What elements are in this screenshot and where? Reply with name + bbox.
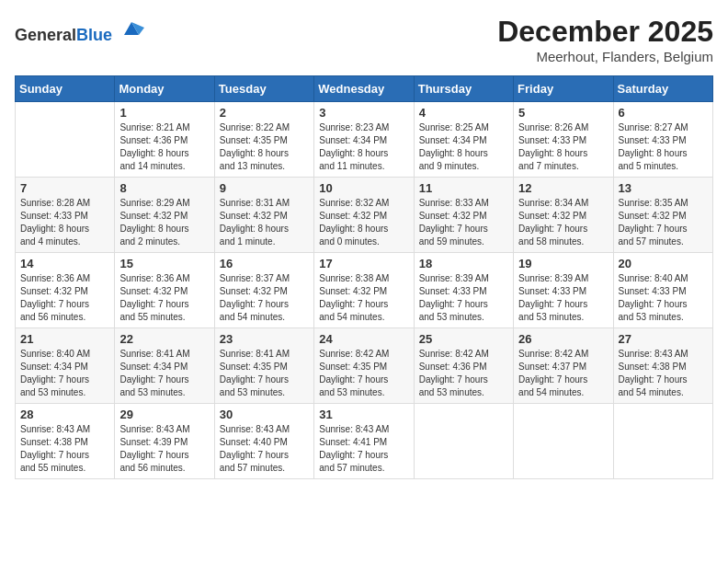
day-info: Sunrise: 8:40 AM Sunset: 4:34 PM Dayligh…	[20, 348, 109, 399]
calendar-cell: 27Sunrise: 8:43 AM Sunset: 4:38 PM Dayli…	[613, 328, 712, 404]
day-info: Sunrise: 8:43 AM Sunset: 4:41 PM Dayligh…	[319, 423, 408, 475]
header: GeneralBlue December 2025 Meerhout, Flan…	[15, 15, 713, 64]
calendar: SundayMondayTuesdayWednesdayThursdayFrid…	[15, 75, 713, 479]
calendar-cell: 9Sunrise: 8:31 AM Sunset: 4:32 PM Daylig…	[214, 178, 313, 253]
weekday-header-wednesday: Wednesday	[314, 76, 414, 102]
day-number: 30	[220, 408, 309, 421]
day-number: 15	[119, 257, 209, 270]
calendar-cell: 8Sunrise: 8:29 AM Sunset: 4:32 PM Daylig…	[115, 178, 214, 253]
calendar-cell: 7Sunrise: 8:28 AM Sunset: 4:33 PM Daylig…	[16, 178, 115, 253]
day-info: Sunrise: 8:42 AM Sunset: 4:36 PM Dayligh…	[419, 348, 508, 399]
day-info: Sunrise: 8:43 AM Sunset: 4:38 PM Dayligh…	[20, 423, 109, 475]
day-number: 12	[518, 181, 608, 195]
day-number: 23	[220, 332, 309, 346]
day-info: Sunrise: 8:31 AM Sunset: 4:32 PM Dayligh…	[220, 197, 309, 248]
location-title: Meerhout, Flanders, Belgium	[497, 49, 713, 64]
weekday-header-tuesday: Tuesday	[214, 76, 313, 102]
calendar-cell: 28Sunrise: 8:43 AM Sunset: 4:38 PM Dayli…	[16, 404, 115, 479]
day-info: Sunrise: 8:42 AM Sunset: 4:35 PM Dayligh…	[319, 348, 408, 399]
calendar-cell: 20Sunrise: 8:40 AM Sunset: 4:33 PM Dayli…	[613, 253, 712, 328]
day-info: Sunrise: 8:29 AM Sunset: 4:32 PM Dayligh…	[119, 197, 209, 248]
day-info: Sunrise: 8:27 AM Sunset: 4:33 PM Dayligh…	[619, 121, 708, 173]
day-info: Sunrise: 8:43 AM Sunset: 4:38 PM Dayligh…	[619, 348, 708, 399]
day-info: Sunrise: 8:39 AM Sunset: 4:33 PM Dayligh…	[518, 272, 608, 324]
calendar-cell: 12Sunrise: 8:34 AM Sunset: 4:32 PM Dayli…	[514, 178, 613, 253]
day-info: Sunrise: 8:35 AM Sunset: 4:32 PM Dayligh…	[619, 197, 708, 248]
calendar-cell	[613, 404, 712, 479]
day-number: 31	[319, 408, 408, 421]
day-info: Sunrise: 8:22 AM Sunset: 4:35 PM Dayligh…	[220, 121, 309, 173]
day-info: Sunrise: 8:42 AM Sunset: 4:37 PM Dayligh…	[518, 348, 608, 399]
day-number: 9	[220, 181, 309, 195]
calendar-cell: 19Sunrise: 8:39 AM Sunset: 4:33 PM Dayli…	[514, 253, 613, 328]
weekday-header-friday: Friday	[514, 76, 613, 102]
calendar-cell	[414, 404, 513, 479]
day-number: 29	[119, 408, 209, 421]
calendar-cell: 21Sunrise: 8:40 AM Sunset: 4:34 PM Dayli…	[16, 328, 115, 404]
calendar-cell: 4Sunrise: 8:25 AM Sunset: 4:34 PM Daylig…	[414, 102, 513, 178]
day-number: 25	[419, 332, 508, 346]
day-info: Sunrise: 8:26 AM Sunset: 4:33 PM Dayligh…	[518, 121, 608, 173]
weekday-header-thursday: Thursday	[414, 76, 513, 102]
calendar-cell: 13Sunrise: 8:35 AM Sunset: 4:32 PM Dayli…	[613, 178, 712, 253]
calendar-week-row: 7Sunrise: 8:28 AM Sunset: 4:33 PM Daylig…	[16, 178, 713, 253]
calendar-cell	[514, 404, 613, 479]
weekday-header-saturday: Saturday	[613, 76, 712, 102]
day-info: Sunrise: 8:21 AM Sunset: 4:36 PM Dayligh…	[119, 121, 209, 173]
calendar-cell: 25Sunrise: 8:42 AM Sunset: 4:36 PM Dayli…	[414, 328, 513, 404]
calendar-cell: 24Sunrise: 8:42 AM Sunset: 4:35 PM Dayli…	[314, 328, 414, 404]
day-number: 4	[419, 106, 508, 120]
day-info: Sunrise: 8:39 AM Sunset: 4:33 PM Dayligh…	[419, 272, 508, 324]
day-number: 2	[220, 106, 309, 120]
title-area: December 2025 Meerhout, Flanders, Belgiu…	[497, 15, 713, 64]
day-info: Sunrise: 8:40 AM Sunset: 4:33 PM Dayligh…	[619, 272, 708, 324]
day-info: Sunrise: 8:25 AM Sunset: 4:34 PM Dayligh…	[419, 121, 508, 173]
day-number: 8	[119, 181, 209, 195]
calendar-cell	[16, 102, 115, 178]
logo-general-text: General	[15, 26, 76, 44]
day-number: 3	[319, 106, 408, 120]
logo-icon	[119, 15, 144, 40]
day-info: Sunrise: 8:32 AM Sunset: 4:32 PM Dayligh…	[319, 197, 408, 248]
day-info: Sunrise: 8:41 AM Sunset: 4:34 PM Dayligh…	[119, 348, 209, 399]
weekday-header-sunday: Sunday	[16, 76, 115, 102]
day-number: 1	[119, 106, 209, 120]
day-number: 24	[319, 332, 408, 346]
day-number: 22	[119, 332, 209, 346]
calendar-week-row: 14Sunrise: 8:36 AM Sunset: 4:32 PM Dayli…	[16, 253, 713, 328]
day-number: 18	[419, 257, 508, 270]
day-info: Sunrise: 8:43 AM Sunset: 4:40 PM Dayligh…	[220, 423, 309, 475]
day-number: 17	[319, 257, 408, 270]
calendar-cell: 15Sunrise: 8:36 AM Sunset: 4:32 PM Dayli…	[115, 253, 214, 328]
day-info: Sunrise: 8:28 AM Sunset: 4:33 PM Dayligh…	[20, 197, 109, 248]
day-number: 10	[319, 181, 408, 195]
calendar-cell: 18Sunrise: 8:39 AM Sunset: 4:33 PM Dayli…	[414, 253, 513, 328]
day-info: Sunrise: 8:38 AM Sunset: 4:32 PM Dayligh…	[319, 272, 408, 324]
calendar-week-row: 21Sunrise: 8:40 AM Sunset: 4:34 PM Dayli…	[16, 328, 713, 404]
day-number: 5	[518, 106, 608, 120]
day-number: 6	[619, 106, 708, 120]
day-number: 28	[20, 408, 109, 421]
day-info: Sunrise: 8:36 AM Sunset: 4:32 PM Dayligh…	[119, 272, 209, 324]
calendar-cell: 5Sunrise: 8:26 AM Sunset: 4:33 PM Daylig…	[514, 102, 613, 178]
calendar-week-row: 1Sunrise: 8:21 AM Sunset: 4:36 PM Daylig…	[16, 102, 713, 178]
day-info: Sunrise: 8:33 AM Sunset: 4:32 PM Dayligh…	[419, 197, 508, 248]
day-info: Sunrise: 8:36 AM Sunset: 4:32 PM Dayligh…	[20, 272, 109, 324]
calendar-cell: 6Sunrise: 8:27 AM Sunset: 4:33 PM Daylig…	[613, 102, 712, 178]
day-info: Sunrise: 8:37 AM Sunset: 4:32 PM Dayligh…	[220, 272, 309, 324]
day-info: Sunrise: 8:23 AM Sunset: 4:34 PM Dayligh…	[319, 121, 408, 173]
calendar-cell: 16Sunrise: 8:37 AM Sunset: 4:32 PM Dayli…	[214, 253, 313, 328]
calendar-cell: 23Sunrise: 8:41 AM Sunset: 4:35 PM Dayli…	[214, 328, 313, 404]
calendar-week-row: 28Sunrise: 8:43 AM Sunset: 4:38 PM Dayli…	[16, 404, 713, 479]
day-info: Sunrise: 8:41 AM Sunset: 4:35 PM Dayligh…	[220, 348, 309, 399]
day-number: 19	[518, 257, 608, 270]
day-number: 21	[20, 332, 109, 346]
month-title: December 2025	[497, 15, 713, 49]
day-number: 27	[619, 332, 708, 346]
day-info: Sunrise: 8:43 AM Sunset: 4:39 PM Dayligh…	[119, 423, 209, 475]
day-number: 13	[619, 181, 708, 195]
day-number: 26	[518, 332, 608, 346]
weekday-header-row: SundayMondayTuesdayWednesdayThursdayFrid…	[16, 76, 713, 102]
calendar-cell: 29Sunrise: 8:43 AM Sunset: 4:39 PM Dayli…	[115, 404, 214, 479]
calendar-cell: 31Sunrise: 8:43 AM Sunset: 4:41 PM Dayli…	[314, 404, 414, 479]
